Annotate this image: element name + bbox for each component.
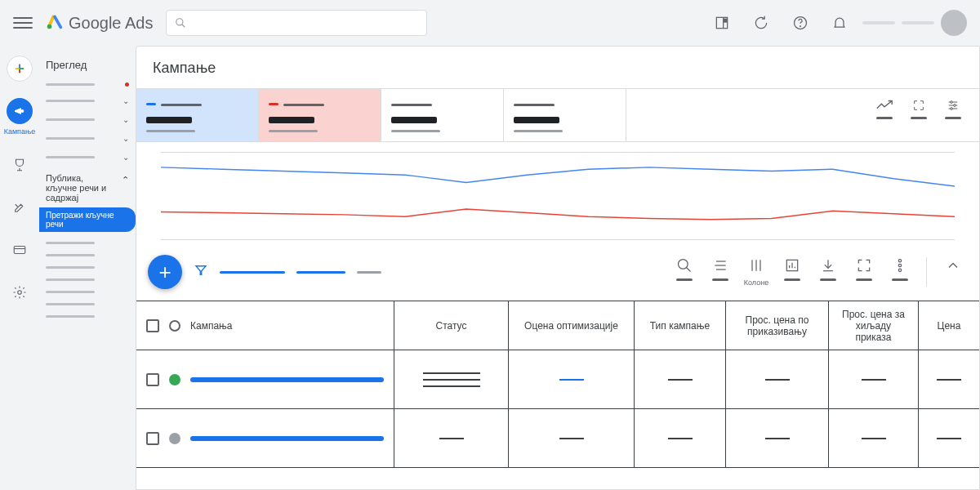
header-placeholder xyxy=(902,21,934,24)
svg-rect-13 xyxy=(14,247,25,254)
table-row xyxy=(136,409,979,468)
campaign-name[interactable] xyxy=(190,377,384,382)
search-icon xyxy=(175,17,186,29)
svg-point-7 xyxy=(800,26,800,27)
nav-item[interactable] xyxy=(46,310,129,323)
google-ads-logo-icon xyxy=(46,12,64,34)
metric-card-2[interactable] xyxy=(259,89,381,141)
svg-point-20 xyxy=(954,105,956,107)
nav-section-audience[interactable]: Публика, кључне речи и садржај⌃ xyxy=(46,167,129,207)
adjust-icon[interactable] xyxy=(943,99,963,119)
campaign-name[interactable] xyxy=(190,436,384,441)
filter-chip[interactable] xyxy=(220,271,285,274)
svg-point-39 xyxy=(898,269,901,271)
header-placeholder xyxy=(862,21,895,24)
nav-item[interactable]: ⌄ xyxy=(46,129,129,148)
filter-icon[interactable] xyxy=(194,263,208,281)
nav-item[interactable] xyxy=(46,274,129,286)
col-price[interactable]: Цена xyxy=(919,301,979,350)
nav-search-keywords[interactable]: Претражи кључне речи xyxy=(39,207,136,232)
nav-item[interactable] xyxy=(46,249,129,261)
svg-point-37 xyxy=(898,260,901,262)
columns-icon[interactable]: Колоне xyxy=(746,257,766,287)
table-search-icon[interactable] xyxy=(675,257,694,281)
row-checkbox[interactable] xyxy=(146,432,159,445)
settings-rail-icon[interactable] xyxy=(7,279,33,305)
svg-line-24 xyxy=(687,268,691,272)
filter-chip[interactable] xyxy=(357,271,381,274)
col-campaign[interactable]: Кампања xyxy=(190,320,233,332)
nav-item[interactable] xyxy=(46,78,129,91)
col-avg-cpv[interactable]: Прос. цена по приказивању xyxy=(726,301,829,350)
nav-item[interactable]: ⌄ xyxy=(46,91,129,110)
collapse-icon[interactable] xyxy=(943,257,963,274)
chart xyxy=(136,142,979,248)
table-row xyxy=(136,350,979,409)
expand-icon[interactable] xyxy=(909,99,929,119)
svg-point-15 xyxy=(18,291,22,295)
svg-point-0 xyxy=(47,24,52,28)
svg-point-38 xyxy=(898,264,901,266)
download-icon[interactable] xyxy=(818,257,838,281)
create-button[interactable] xyxy=(7,56,33,82)
svg-point-12 xyxy=(20,109,24,113)
campaigns-rail-label: Кампање xyxy=(4,127,36,136)
col-status[interactable]: Статус xyxy=(394,301,509,350)
filter-chip[interactable] xyxy=(296,271,345,274)
page-title: Кампање xyxy=(136,47,979,88)
campaigns-table: Кампања Статус Оцена оптимизације Тип ка… xyxy=(136,301,979,468)
metric-card-4[interactable] xyxy=(504,89,626,141)
nav-item[interactable]: ⌄ xyxy=(46,148,129,167)
notifications-icon[interactable] xyxy=(823,7,856,39)
app-name: Google Ads xyxy=(69,14,153,33)
svg-point-1 xyxy=(176,19,183,25)
col-opt-score[interactable]: Оцена оптимизације xyxy=(509,301,635,350)
reports-table-icon[interactable] xyxy=(782,257,802,281)
chart-trend-icon[interactable] xyxy=(875,99,894,119)
svg-point-23 xyxy=(679,260,688,270)
goals-rail-icon[interactable] xyxy=(7,152,33,178)
status-dot-icon xyxy=(169,433,180,444)
app-logo: Google Ads xyxy=(46,12,153,34)
metric-card-3[interactable] xyxy=(381,89,504,141)
more-icon[interactable] xyxy=(890,257,910,281)
billing-rail-icon[interactable] xyxy=(7,237,33,263)
hamburger-menu-icon[interactable] xyxy=(13,13,33,33)
reports-icon[interactable] xyxy=(706,7,738,39)
help-icon[interactable] xyxy=(784,7,817,39)
row-checkbox[interactable] xyxy=(146,373,159,386)
user-avatar[interactable] xyxy=(941,10,967,36)
svg-rect-5 xyxy=(724,19,727,22)
nav-item[interactable] xyxy=(46,286,129,298)
svg-marker-22 xyxy=(196,266,206,275)
search-box[interactable] xyxy=(166,10,427,36)
status-dot-icon xyxy=(169,374,180,385)
nav-item[interactable]: ⌄ xyxy=(46,110,129,129)
nav-item[interactable] xyxy=(46,261,129,274)
fullscreen-icon[interactable] xyxy=(854,257,874,281)
nav-overview[interactable]: Преглед xyxy=(46,56,129,78)
nav-item[interactable] xyxy=(46,298,129,310)
search-input[interactable] xyxy=(191,17,418,29)
add-campaign-fab[interactable]: + xyxy=(148,255,182,289)
metric-card-1[interactable] xyxy=(136,89,259,141)
nav-item[interactable] xyxy=(46,237,129,249)
campaigns-rail-icon[interactable] xyxy=(7,98,33,124)
svg-point-21 xyxy=(951,108,953,110)
svg-point-19 xyxy=(951,101,953,104)
svg-line-2 xyxy=(182,24,185,28)
select-all-checkbox[interactable] xyxy=(146,319,159,332)
status-header-icon xyxy=(169,320,180,332)
col-avg-cpm[interactable]: Прос. цена за хиљаду приказа xyxy=(829,301,919,350)
col-campaign-type[interactable]: Тип кампање xyxy=(635,301,726,350)
tools-rail-icon[interactable] xyxy=(7,194,33,220)
refresh-icon[interactable] xyxy=(745,7,777,39)
segment-icon[interactable] xyxy=(710,257,730,281)
